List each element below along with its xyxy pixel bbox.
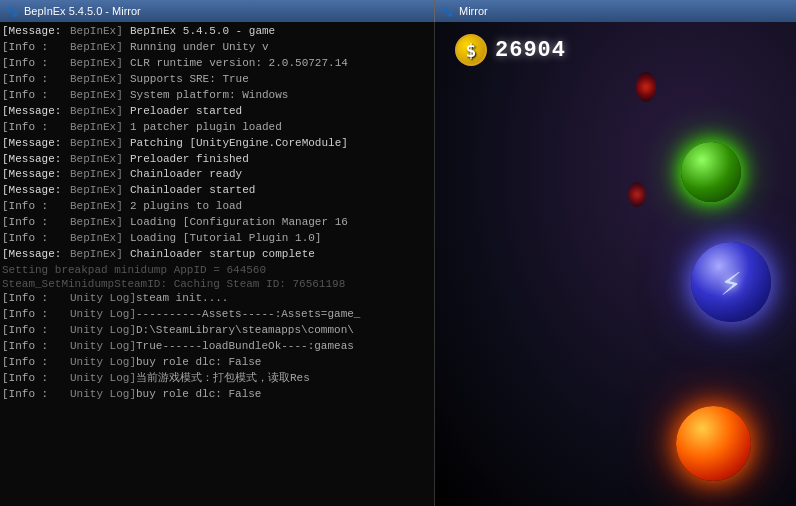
- coin-display: $ 26904: [455, 34, 566, 66]
- log-line: [Info : BepInEx] 1 patcher plugin loaded: [0, 120, 434, 136]
- lightning-icon: ⚡: [720, 262, 742, 303]
- log-source: BepInEx]: [70, 104, 130, 120]
- log-line: [Info : Unity Log] buy role dlc: False: [0, 387, 434, 403]
- log-type: [Message:: [2, 247, 70, 263]
- log-source: BepInEx]: [70, 215, 130, 231]
- log-type: [Info :: [2, 215, 70, 231]
- log-type: [Info :: [2, 371, 70, 387]
- log-message: Loading [Configuration Manager 16: [130, 215, 348, 231]
- log-message: D:\SteamLibrary\steamapps\common\: [136, 323, 354, 339]
- log-source: BepInEx]: [70, 167, 130, 183]
- log-message: Patching [UnityEngine.CoreModule]: [130, 136, 348, 152]
- log-line: [Message: BepInEx] Patching [UnityEngine…: [0, 136, 434, 152]
- coin-icon: $: [455, 34, 487, 66]
- log-line: [Info : Unity Log] 当前游戏模式：打包模式，读取Res: [0, 371, 434, 387]
- log-source: Unity Log]: [70, 307, 136, 323]
- log-type: [Info :: [2, 88, 70, 104]
- log-source: BepInEx]: [70, 199, 130, 215]
- log-source: BepInEx]: [70, 136, 130, 152]
- log-type: [Message:: [2, 167, 70, 183]
- log-message: Chainloader startup complete: [130, 247, 315, 263]
- log-source: Unity Log]: [70, 387, 136, 403]
- log-line: [Info : BepInEx] Running under Unity v: [0, 40, 434, 56]
- log-type: [Info :: [2, 387, 70, 403]
- log-message: buy role dlc: False: [136, 387, 261, 403]
- log-type: [Info :: [2, 307, 70, 323]
- console-window-title: BepInEx 5.4.5.0 - Mirror: [24, 5, 141, 17]
- log-message: 2 plugins to load: [130, 199, 242, 215]
- log-message: CLR runtime version: 2.0.50727.14: [130, 56, 348, 72]
- log-type: [Message:: [2, 104, 70, 120]
- log-source: BepInEx]: [70, 231, 130, 247]
- log-type: [Info :: [2, 56, 70, 72]
- log-source: Unity Log]: [70, 323, 136, 339]
- log-source: BepInEx]: [70, 24, 130, 40]
- log-type: [Message:: [2, 152, 70, 168]
- log-source: Unity Log]: [70, 339, 136, 355]
- log-message: 当前游戏模式：打包模式，读取Res: [136, 371, 310, 387]
- log-source: Unity Log]: [70, 371, 136, 387]
- log-type: [Info :: [2, 40, 70, 56]
- log-source: BepInEx]: [70, 183, 130, 199]
- log-source: Unity Log]: [70, 355, 136, 371]
- log-type: [Info :: [2, 339, 70, 355]
- log-message: System platform: Windows: [130, 88, 288, 104]
- log-line: [Info : BepInEx] Loading [Configuration …: [0, 215, 434, 231]
- log-message: buy role dlc: False: [136, 355, 261, 371]
- log-line: [Message: BepInEx] BepInEx 5.4.5.0 - gam…: [0, 24, 434, 40]
- orb-green: [681, 142, 741, 202]
- log-line: [Info : BepInEx] Loading [Tutorial Plugi…: [0, 231, 434, 247]
- log-message: BepInEx 5.4.5.0 - game: [130, 24, 275, 40]
- log-line: [Info : Unity Log] D:\SteamLibrary\steam…: [0, 323, 434, 339]
- log-source: BepInEx]: [70, 120, 130, 136]
- game-window-title: Mirror: [459, 5, 488, 17]
- log-separator: Steam_SetMinidumpSteamID: Caching Steam …: [0, 277, 434, 291]
- title-bar-console: 🐾 BepInEx 5.4.5.0 - Mirror: [0, 0, 435, 22]
- log-type: [Info :: [2, 72, 70, 88]
- game-panel: $ 26904 ⚡: [435, 22, 796, 506]
- log-type: [Info :: [2, 199, 70, 215]
- log-source: BepInEx]: [70, 72, 130, 88]
- log-source: BepInEx]: [70, 40, 130, 56]
- log-line: [Message: BepInEx] Chainloader started: [0, 183, 434, 199]
- log-message: ----------Assets-----:Assets=game_: [136, 307, 360, 323]
- log-message: True------loadBundleOk----:gameas: [136, 339, 354, 355]
- log-message: Running under Unity v: [130, 40, 269, 56]
- log-type: [Message:: [2, 24, 70, 40]
- log-source: BepInEx]: [70, 56, 130, 72]
- game-window-icon: 🐾: [439, 3, 455, 19]
- console-window-icon: 🐾: [4, 3, 20, 19]
- log-line: [Message: BepInEx] Preloader finished: [0, 152, 434, 168]
- log-message: Chainloader started: [130, 183, 255, 199]
- log-message: Preloader finished: [130, 152, 249, 168]
- log-message: Chainloader ready: [130, 167, 242, 183]
- title-bars: 🐾 BepInEx 5.4.5.0 - Mirror 🐾 Mirror: [0, 0, 796, 22]
- main-content: [Message: BepInEx] BepInEx 5.4.5.0 - gam…: [0, 22, 796, 506]
- eye-decoration-left: [636, 72, 656, 102]
- log-separator: Setting breakpad minidump AppID = 644560: [0, 263, 434, 277]
- log-type: [Info :: [2, 323, 70, 339]
- log-line: [Message: BepInEx] Preloader started: [0, 104, 434, 120]
- log-type: [Info :: [2, 120, 70, 136]
- log-line: [Info : Unity Log] buy role dlc: False: [0, 355, 434, 371]
- log-source: BepInEx]: [70, 247, 130, 263]
- log-line: [Info : BepInEx] Supports SRE: True: [0, 72, 434, 88]
- log-type: [Info :: [2, 355, 70, 371]
- log-message: steam init....: [136, 291, 228, 307]
- log-source: BepInEx]: [70, 88, 130, 104]
- log-line: [Info : Unity Log] ----------Assets-----…: [0, 307, 434, 323]
- log-line: [Info : Unity Log] steam init....: [0, 291, 434, 307]
- log-message: Preloader started: [130, 104, 242, 120]
- console-panel[interactable]: [Message: BepInEx] BepInEx 5.4.5.0 - gam…: [0, 22, 435, 506]
- log-line: [Info : BepInEx] 2 plugins to load: [0, 199, 434, 215]
- title-bar-game: 🐾 Mirror: [435, 0, 796, 22]
- log-message: 1 patcher plugin loaded: [130, 120, 282, 136]
- coin-symbol: $: [466, 40, 477, 61]
- log-line: [Message: BepInEx] Chainloader ready: [0, 167, 434, 183]
- log-message: Supports SRE: True: [130, 72, 249, 88]
- coin-value: 26904: [495, 38, 566, 63]
- log-source: Unity Log]: [70, 291, 136, 307]
- log-line: [Info : BepInEx] CLR runtime version: 2.…: [0, 56, 434, 72]
- log-type: [Info :: [2, 231, 70, 247]
- eye-decoration-right: [628, 182, 646, 207]
